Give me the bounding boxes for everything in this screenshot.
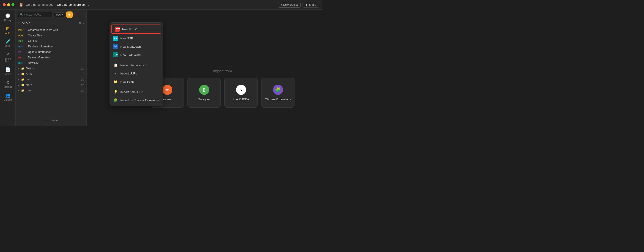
dropdown-item-import-idea[interactable]: 💡 Import from IDEA (110, 88, 163, 96)
import-label: Import from (213, 69, 232, 73)
panel-title: All API (22, 21, 77, 25)
dropdown-item-new-sse[interactable]: SSE New SSE (110, 34, 163, 42)
http-icon: HTTP (115, 26, 120, 32)
folder-name: store (26, 84, 80, 86)
folder-icon: 📁 (21, 84, 24, 86)
breadcrumb-space: Cora personal space (26, 3, 54, 6)
search-box[interactable]: 🔍 Keyword/URL (18, 12, 53, 18)
folder-chevron-icon: ▶ (18, 78, 20, 81)
curl-label: Import cURL (120, 72, 137, 75)
method-badge: SSE (18, 62, 26, 64)
import-chrome-label: Import by Chrome Extensions (120, 98, 160, 102)
intellij-icon: IJ (236, 85, 246, 95)
new-project-button[interactable]: + New project (278, 2, 301, 8)
api-item-2[interactable]: GET Get List (16, 38, 86, 44)
folder-chevron-icon: ▶ (18, 89, 20, 92)
close-button[interactable] (3, 3, 6, 6)
new-http-highlight-box: HTTP New HTTP (111, 24, 161, 34)
folder-store[interactable]: ▶ 📁 store (4) (16, 82, 86, 88)
intellij-label: IntelliJ IDEA (233, 98, 249, 101)
dropdown-item-import-chrome[interactable]: 🧩 Import by Chrome Extensions (110, 96, 163, 104)
api-item-3[interactable]: PUT Replace Information (16, 44, 86, 49)
sidebar-item-history[interactable]: 🕐 History (2, 12, 14, 23)
sidebar-item-apis[interactable]: ⊞ APIs (2, 24, 14, 36)
chevron-down-icon: ⌄ (87, 3, 90, 6)
search-icon: 🔍 (20, 13, 23, 16)
folder-pet[interactable]: ▶ 📁 pet (9) (16, 77, 86, 82)
sidebar-item-tests[interactable]: 🧪 Tests (2, 37, 14, 49)
new-http-label: New HTTP (122, 28, 137, 31)
dropdown-item-new-markdown[interactable]: M New Markdown (110, 42, 163, 51)
create-button[interactable]: + + Create (18, 116, 84, 124)
api-item-5[interactable]: DEL Delete Information (16, 55, 86, 60)
more-options-button[interactable]: ⋯ (78, 12, 84, 18)
share-icon: ⬆ (306, 3, 308, 6)
breadcrumb: Cora personal space / Cora personal proj… (26, 3, 90, 6)
sidebar-item-manage[interactable]: 👥 Manage (2, 91, 14, 103)
settings-icon: ⚙ (6, 80, 10, 85)
dropdown-item-curl[interactable]: ↙ Import cURL (110, 69, 163, 78)
import-card-chrome[interactable]: 🧩 Chrome Extensions (261, 78, 294, 108)
dropdown-item-new-folder[interactable]: 📁 New Folder (110, 78, 163, 86)
new-sse-label: New SSE (120, 37, 133, 40)
minimize-button[interactable] (7, 3, 10, 6)
method-badge: PAT (18, 51, 26, 54)
share-docs-icon: ↗ (6, 52, 10, 57)
refresh-icon[interactable]: ↻ (78, 21, 81, 25)
swagger-icon: {} (199, 85, 209, 95)
chrome-icon: 🧩 (273, 85, 283, 95)
chrome-ext-icon: 🧩 (113, 98, 118, 103)
create-plus-icon: + (44, 119, 46, 122)
folder-testing[interactable]: ▶ 📁 Testing (2) (16, 66, 86, 71)
sidebar-item-share-docs[interactable]: ↗ Share Docs (2, 50, 14, 64)
add-request-button[interactable]: + (66, 12, 73, 18)
api-item-4[interactable]: PAT Update Information (16, 49, 86, 55)
api-list: POST Creates list of users with POST Cre… (16, 26, 86, 115)
breadcrumb-project[interactable]: Cora personal project (57, 3, 86, 6)
filter-chevron-icon: ▾ (62, 14, 63, 16)
import-idea-label: Import from IDEA (120, 90, 143, 94)
import-cards: ✏ Postman {} Swagger IJ IntelliJ IDEA 🧩 … (150, 78, 294, 108)
all-api-icon: ⊟ (18, 21, 20, 25)
filter-dot-icon (56, 14, 58, 16)
arrow-icon: ← (73, 12, 77, 17)
folder-name: user (26, 89, 80, 92)
api-item-6[interactable]: SSE New SSE (16, 60, 86, 66)
postman-icon: ✏ (162, 85, 172, 95)
maximize-button[interactable] (12, 3, 14, 6)
dropdown-item-new-tcp[interactable]: TCP New TCP Client (110, 51, 163, 59)
folder-count: (9) (81, 78, 84, 81)
panel-header: ⊟ All API ↻ « (16, 20, 86, 26)
dropdown-item-paste[interactable]: 📋 Paste Interface/Text (110, 61, 163, 69)
new-tcp-label: New TCP Client (120, 53, 142, 56)
panel-header-actions: ↻ « (78, 21, 84, 25)
sidebar-item-settings[interactable]: ⚙ Settings (2, 78, 14, 90)
folder-name: APIs (26, 72, 78, 76)
curl-icon: ↙ (113, 71, 118, 76)
api-item-name: Replace Information (28, 45, 52, 48)
api-item-name: Update Information (28, 50, 51, 54)
new-markdown-label: New Markdown (120, 45, 141, 48)
manage-icon: 👥 (5, 93, 10, 98)
api-item-1[interactable]: POST Create New (16, 33, 86, 38)
folder-icon: 📁 (21, 72, 24, 76)
folder-icon: 📁 (21, 78, 24, 81)
markdown-icon: M (113, 44, 118, 49)
dropdown-item-new-http[interactable]: HTTP New HTTP (112, 25, 161, 33)
api-item-0[interactable]: POST Creates list of users with (16, 27, 86, 33)
divider (110, 60, 163, 60)
import-card-swagger[interactable]: {} Swagger (188, 78, 221, 108)
idea-icon: 💡 (113, 89, 118, 94)
api-item-name: Get List (28, 40, 37, 42)
method-badge: GET (18, 40, 26, 42)
import-card-intellij[interactable]: IJ IntelliJ IDEA (224, 78, 258, 108)
folder-apis[interactable]: ▶ 📁 APIs (10) (16, 71, 86, 77)
filter-dropdown[interactable]: All ▾ (54, 12, 65, 17)
sidebar-item-schemas[interactable]: 📄 Schemas (2, 65, 14, 77)
folder-user[interactable]: ▶ 📁 user (7) (16, 88, 86, 93)
tests-icon: 🧪 (5, 39, 10, 44)
share-button[interactable]: ⬆ Share (302, 2, 319, 8)
filter-label: All (58, 13, 61, 16)
panel-search-bar: 🔍 Keyword/URL All ▾ + ← ⋯ (16, 10, 86, 20)
collapse-icon[interactable]: « (82, 21, 84, 25)
